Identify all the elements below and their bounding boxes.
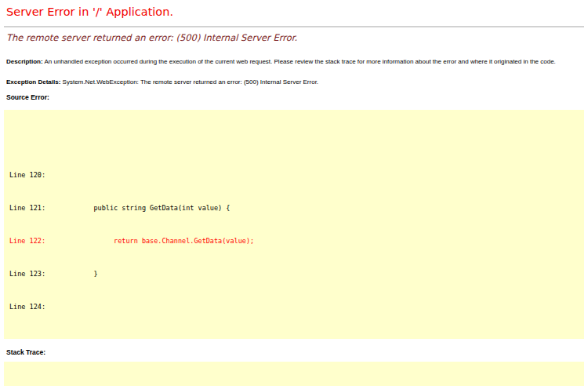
source-error-box: Line 120: Line 121: public string GetDat… — [4, 110, 584, 339]
description-label: Description: — [6, 58, 43, 65]
exception-details-line: Exception Details: System.Net.WebExcepti… — [6, 78, 582, 86]
asp-net-error-page: Server Error in '/' Application. The rem… — [0, 0, 588, 386]
exception-details-text: System.Net.WebException: The remote serv… — [60, 78, 318, 86]
header-divider — [4, 26, 584, 27]
exception-details-label: Exception Details: — [6, 78, 60, 86]
stack-trace-label: Stack Trace: — [6, 348, 582, 357]
stack-trace-box: [WebException: The remote server returne… — [4, 362, 584, 386]
page-title: Server Error in '/' Application. — [6, 0, 582, 20]
source-line — [9, 137, 579, 147]
description-text: An unhandled exception occurred during t… — [43, 58, 556, 65]
error-subtitle: The remote server returned an error: (50… — [6, 32, 582, 43]
source-line: Line 123: } — [9, 268, 579, 279]
source-error-label: Source Error: — [6, 93, 582, 102]
source-line: Line 120: — [9, 169, 579, 180]
source-line: Line 124: — [9, 301, 579, 312]
source-line: Line 121: public string GetData(int valu… — [9, 202, 579, 213]
description-line: Description: An unhandled exception occu… — [6, 57, 582, 66]
source-line-error-highlight: Line 122: return base.Channel.GetData(va… — [9, 235, 579, 246]
